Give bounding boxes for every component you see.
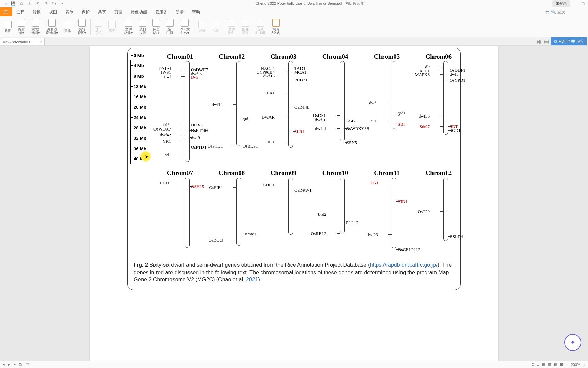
chromosome-Chrom01: Chrom01DNL-4IWS1dwfDlf1OsWOX7dwf42YK1sd1… <box>164 53 196 163</box>
gene-connector <box>440 116 443 116</box>
document-view[interactable]: 0 Mb4 Mb8 Mb12 Mb16 Mb20 Mb24 Mb28 Mb32 … <box>0 46 588 361</box>
assistant-badge[interactable]: ✦ <box>564 334 581 351</box>
menu-保护[interactable]: 保护 <box>78 7 94 16</box>
gene-connector <box>190 186 193 187</box>
status-item[interactable]: ⊙ <box>531 362 534 367</box>
nav-btn[interactable]: ◂ <box>3 362 5 367</box>
scale-tick: 12 Mb <box>134 84 146 89</box>
redo-icon[interactable]: ↷ <box>44 1 48 6</box>
document-tabstrip: 022-Potentially U... × ▦ ▤ ⧉ PDF合并与拆 <box>0 37 588 46</box>
chromosome-Chrom08: Chrom08OsFIE1OsDOGOsmtd1 <box>216 169 247 252</box>
gene-label: brd2 <box>318 212 326 217</box>
tab-close-icon[interactable]: × <box>39 40 42 44</box>
menu-云服务[interactable]: 云服务 <box>151 7 172 16</box>
view-grid-icon[interactable]: ▦ <box>537 38 542 45</box>
ribbon-label: 重排 <box>64 29 71 33</box>
pdf-merge-button[interactable]: ⧉ PDF合并与拆 <box>551 37 587 45</box>
status-item[interactable]: + <box>583 363 585 367</box>
ribbon-重排[interactable]: 重排 <box>61 20 74 33</box>
gene-label: dwf30 <box>419 113 430 119</box>
gene-label: OsYPD1 <box>450 78 466 83</box>
menu-转换[interactable]: 转换 <box>29 7 45 16</box>
ribbon-填写[interactable]: 填写&签名 <box>268 18 283 35</box>
menu-共享[interactable]: 共享 <box>94 7 110 16</box>
brush-icon[interactable]: ✎▾ <box>52 1 56 6</box>
ribbon-label: 应选项▾ <box>46 31 58 35</box>
ribbon-从剪[interactable]: 从剪贴板 <box>150 18 163 35</box>
chromosome-Chrom10: Chrom10brd2OsREL2PLL12 <box>320 169 351 252</box>
caption-link-2[interactable]: 2021 <box>246 277 258 282</box>
gene-connector <box>181 68 185 68</box>
view-list-icon[interactable]: ▤ <box>544 38 549 45</box>
status-item[interactable]: − <box>566 363 568 367</box>
menu-视图[interactable]: 视图 <box>45 7 61 16</box>
status-item[interactable]: ⊞ <box>560 362 563 367</box>
ribbon-label: &签名 <box>271 31 280 35</box>
lang-switch-icon[interactable]: ⇄ <box>543 10 551 14</box>
menu-注释[interactable]: 注释 <box>12 7 29 16</box>
ribbon-icon <box>108 21 116 28</box>
gene-label: PUB31 <box>294 77 307 83</box>
gene-connector <box>440 74 443 75</box>
undo-icon[interactable]: ↶ <box>35 1 40 6</box>
ribbon-截图[interactable]: 截图 <box>1 20 14 33</box>
ribbon-旋转[interactable]: 旋转视图▾ <box>75 18 89 35</box>
gene-label: OsT20 <box>418 209 430 214</box>
status-item[interactable]: ≡ <box>537 363 539 367</box>
ribbon-文件[interactable]: 文件转换▾ <box>121 18 135 35</box>
search-input[interactable] <box>557 10 585 14</box>
ribbon-icon <box>166 19 174 27</box>
ribbon-剪贴[interactable]: 剪贴板▾ <box>15 18 28 35</box>
nav-btn[interactable]: ⧉ <box>19 362 22 367</box>
tab-home[interactable]: 页 <box>0 7 12 16</box>
ribbon-缩放[interactable]: 缩放选项▾ <box>29 18 43 35</box>
save-icon[interactable]: 💾 <box>11 1 16 6</box>
chrom-title: Chrom09 <box>268 169 299 177</box>
ribbon-label: 字机 <box>95 31 102 35</box>
ribbon-链接: 链接 <box>196 20 209 33</box>
print-icon[interactable]: ⎙ <box>19 1 24 6</box>
minimize-icon[interactable]: — <box>573 2 578 6</box>
page-nav: ◂▸»⧉⬚ <box>3 362 29 367</box>
status-item[interactable]: ▥ <box>548 362 551 367</box>
file-icon[interactable]: ▭ <box>3 1 7 6</box>
gene-connector <box>293 68 296 68</box>
ribbon-空[interactable]: 空白页 <box>163 18 176 35</box>
menu-朗读[interactable]: 朗读 <box>172 7 188 16</box>
status-item[interactable]: ▤ <box>554 362 557 367</box>
document-tab[interactable]: 022-Potentially U... × <box>0 38 45 45</box>
ribbon-PDF文[interactable]: PDF文件包▾ <box>177 18 193 35</box>
gene-connector <box>181 129 185 129</box>
ribbon-页面适[interactable]: 页面适应选项▾ <box>43 18 61 35</box>
chrom-title: Chrom04 <box>320 53 351 60</box>
ribbon-label: 视图▾ <box>78 31 86 35</box>
chrom-title: Chrom12 <box>423 169 454 177</box>
menu-帮助[interactable]: 帮助 <box>188 7 204 16</box>
nav-btn[interactable]: ⬚ <box>25 362 29 367</box>
tab-label: 022-Potentially U... <box>3 40 35 44</box>
export-icon[interactable]: ⇩ <box>27 1 32 6</box>
ribbon-从扫[interactable]: 从扫描仪 <box>136 18 149 35</box>
gene-connector <box>241 119 245 119</box>
menu-页面[interactable]: 页面 <box>110 7 127 16</box>
gene-label: MCA1 <box>294 70 307 75</box>
gene-label: OsGELP112 <box>398 247 420 252</box>
login-button[interactable]: 未登录 <box>552 0 570 7</box>
caption-link-1[interactable]: https://rapdb.dna.affrc.go.jp/ <box>370 262 438 268</box>
status-item[interactable]: 200% <box>571 363 580 367</box>
menu-表单[interactable]: 表单 <box>61 7 78 16</box>
gene-connector <box>337 120 340 120</box>
ribbon-icon <box>125 19 132 27</box>
maximize-icon[interactable]: ▢ <box>581 1 585 6</box>
menu-特色功能[interactable]: 特色功能 <box>127 7 151 16</box>
chrom-body: GDD1OsDRW1 <box>268 178 299 252</box>
ribbon-label: 文件 <box>228 27 235 31</box>
nav-btn[interactable]: » <box>14 362 16 367</box>
search-icon[interactable]: 🔍 <box>551 10 556 14</box>
more-icon[interactable]: ▾ <box>60 1 65 6</box>
chrom-ideogram <box>340 61 345 141</box>
nav-btn[interactable]: ▸ <box>8 362 10 367</box>
gene-connector <box>448 74 452 74</box>
status-item[interactable]: ▦ <box>542 362 545 367</box>
ribbon-label: 页面适 <box>47 27 57 31</box>
